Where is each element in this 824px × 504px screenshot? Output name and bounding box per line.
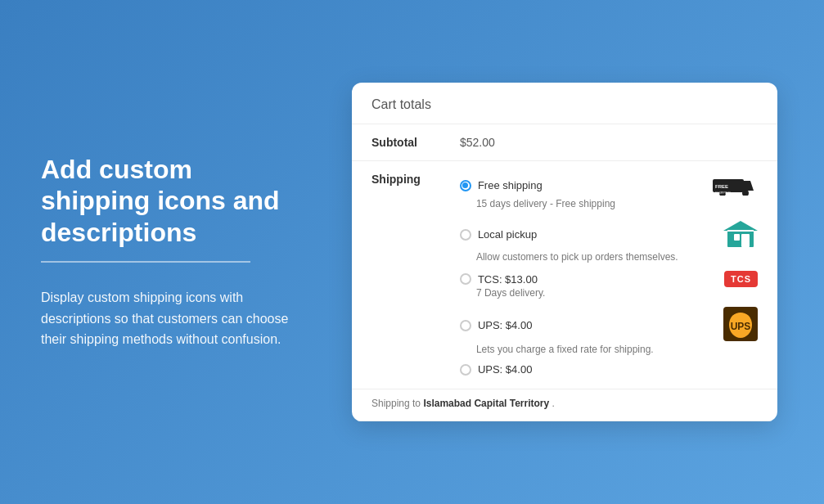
subtotal-label: Subtotal (352, 124, 440, 161)
local-pickup-desc: Allow customers to pick up orders themse… (476, 251, 758, 263)
shipping-row: Shipping Free shipping (352, 161, 777, 389)
radio-ups1[interactable] (460, 320, 471, 331)
shipping-option-local: Local pickup (460, 218, 758, 269)
description-text: Display custom shipping icons with descr… (41, 287, 303, 350)
local-pickup-icon (723, 218, 758, 249)
local-pickup-label: Local pickup (478, 228, 537, 241)
tcs-icon-area: TCS (724, 271, 758, 287)
free-shipping-row: Free shipping FREE SHIPPING (460, 173, 758, 198)
svg-text:FREE: FREE (715, 184, 728, 189)
local-pickup-icon-area (723, 218, 758, 251)
tcs-desc: 7 Days delivery. (476, 287, 758, 299)
ups2-label: UPS: $4.00 (478, 363, 533, 376)
ups1-desc: Lets you charge a fixed rate for shippin… (476, 344, 758, 355)
local-pickup-row: Local pickup (460, 218, 758, 251)
subtotal-row: Subtotal $52.00 (352, 124, 777, 161)
cart-panel: Cart totals Subtotal $52.00 Shipping Fre… (352, 83, 777, 421)
svg-rect-8 (734, 234, 740, 241)
shipping-to-text: Shipping to (371, 398, 423, 409)
radio-free-shipping[interactable] (460, 180, 471, 191)
tcs-icon: TCS (724, 271, 758, 287)
shipping-label: Shipping (352, 161, 440, 389)
ups1-icon-area: UPS (723, 307, 758, 344)
cart-table: Subtotal $52.00 Shipping Free shipping (352, 124, 777, 421)
tcs-row: TCS: $13.00 TCS (460, 271, 758, 287)
free-shipping-label: Free shipping (478, 179, 543, 191)
shipping-location: Islamabad Capital Territory (423, 398, 549, 409)
radio-ups2[interactable] (460, 364, 471, 376)
shipping-option-ups2: UPS: $4.00 (460, 363, 758, 376)
svg-marker-7 (723, 221, 758, 231)
free-shipping-icon: FREE SHIPPING (713, 173, 758, 196)
left-panel: Add custom shipping icons and descriptio… (41, 154, 303, 350)
svg-text:SHIPPING: SHIPPING (715, 191, 731, 195)
svg-rect-6 (727, 229, 754, 247)
divider (41, 261, 250, 263)
shipping-option-free: Free shipping FREE SHIPPING (460, 173, 758, 216)
radio-local-pickup[interactable] (460, 229, 471, 241)
shipping-option-ups1: UPS: $4.00 UPS Lets you charge a fix (460, 307, 758, 362)
footer-cell: Shipping to Islamabad Capital Territory … (352, 389, 777, 421)
ups2-row: UPS: $4.00 (460, 363, 758, 376)
shipping-option-tcs: TCS: $13.00 TCS 7 Days delivery. (460, 271, 758, 305)
shipping-options-cell: Free shipping FREE SHIPPING (440, 161, 777, 389)
radio-tcs[interactable] (460, 273, 471, 285)
footer-row: Shipping to Islamabad Capital Territory … (352, 389, 777, 421)
main-heading: Add custom shipping icons and descriptio… (41, 154, 303, 248)
footer-suffix: . (552, 398, 555, 409)
svg-text:UPS: UPS (731, 321, 751, 332)
ups1-label: UPS: $4.00 (478, 319, 533, 331)
ups-icon: UPS (723, 307, 758, 341)
free-shipping-desc: 15 days delivery - Free shipping (476, 198, 758, 209)
cart-totals-label: Cart totals (371, 97, 431, 111)
main-container: Add custom shipping icons and descriptio… (0, 0, 824, 504)
subtotal-value: $52.00 (440, 124, 777, 161)
free-shipping-icon-area: FREE SHIPPING (713, 173, 758, 198)
cart-totals-header: Cart totals (352, 83, 777, 124)
svg-marker-1 (744, 181, 754, 191)
svg-rect-9 (741, 234, 750, 247)
ups1-row: UPS: $4.00 UPS (460, 307, 758, 344)
tcs-label: TCS: $13.00 (478, 273, 538, 286)
